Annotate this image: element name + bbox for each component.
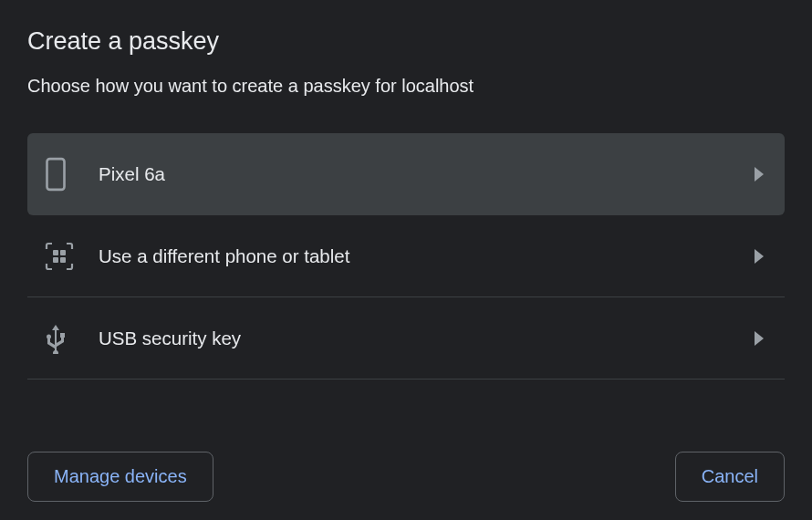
svg-rect-4	[60, 257, 66, 263]
dialog-footer: Manage devices Cancel	[27, 415, 785, 502]
chevron-right-icon	[754, 331, 765, 346]
option-label: Pixel 6a	[82, 163, 754, 185]
svg-rect-1	[53, 250, 58, 255]
svg-rect-3	[53, 257, 58, 263]
svg-rect-0	[47, 159, 65, 190]
dialog-subtitle: Choose how you want to create a passkey …	[27, 76, 785, 97]
svg-point-5	[47, 334, 51, 338]
option-pixel6a[interactable]: Pixel 6a	[27, 133, 785, 215]
option-label: USB security key	[82, 328, 754, 349]
option-label: Use a different phone or tablet	[82, 245, 754, 267]
chevron-right-icon	[754, 249, 765, 264]
option-list: Pixel 6a Use	[27, 133, 785, 380]
smartphone-icon	[44, 157, 82, 192]
option-other-device[interactable]: Use a different phone or tablet	[27, 215, 785, 297]
chevron-right-icon	[754, 167, 765, 182]
manage-devices-button[interactable]: Manage devices	[27, 452, 213, 502]
usb-icon	[44, 323, 82, 354]
passkey-dialog: Create a passkey Choose how you want to …	[0, 0, 812, 520]
dialog-title: Create a passkey	[27, 27, 785, 56]
svg-rect-6	[60, 333, 65, 338]
svg-rect-2	[60, 250, 66, 255]
option-usb-key[interactable]: USB security key	[27, 297, 785, 380]
cancel-button[interactable]: Cancel	[675, 452, 785, 502]
qr-devices-icon	[44, 241, 82, 272]
